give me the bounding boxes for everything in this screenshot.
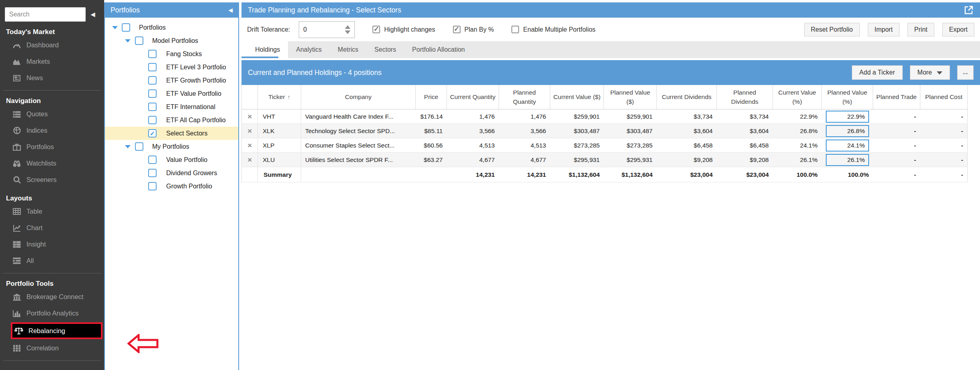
planned-quantity-cell[interactable]: 3,566 [499, 124, 550, 138]
tree-checkbox[interactable] [148, 169, 157, 177]
sidebar-item-dashboard[interactable]: Dashboard [0, 37, 104, 53]
planned-value-pct-cell[interactable]: 26.1% [822, 153, 873, 167]
planned-pct-editable[interactable]: 22.9% [826, 111, 869, 123]
tree-checkbox[interactable] [148, 50, 157, 58]
tree-item-value-portfolio[interactable]: Value Portfolio [105, 153, 238, 166]
tree-checkbox[interactable] [135, 142, 143, 151]
tab-analytics[interactable]: Analytics [288, 41, 330, 58]
delete-row-icon[interactable]: × [242, 153, 258, 167]
tree-item-etf-value[interactable]: ETF Value Portfolio [105, 87, 238, 100]
sidebar-item-all[interactable]: All [0, 253, 104, 269]
sidebar-item-portfolio-analytics[interactable]: Portfolio Analytics [0, 305, 104, 321]
sidebar-item-news[interactable]: News [0, 70, 104, 86]
col-current-value-pct[interactable]: Current Value (%) [773, 85, 822, 109]
highlight-changes-option[interactable]: Highlight changes [372, 26, 435, 33]
open-in-new-window-icon[interactable] [964, 5, 974, 15]
sidebar-item-table[interactable]: Table [0, 203, 104, 220]
tree-checkbox[interactable] [148, 63, 157, 71]
export-button[interactable]: Export [942, 23, 974, 36]
tree-checkbox[interactable] [148, 182, 157, 190]
sidebar-item-correlation[interactable]: Correlation [0, 340, 104, 356]
stepper-down-icon[interactable] [345, 30, 350, 34]
add-ticker-button[interactable]: Add a Ticker [852, 65, 903, 80]
sidebar-item-brokerage-connect[interactable]: Brokerage Connect [0, 289, 104, 305]
planned-quantity-cell[interactable]: 1,476 [499, 109, 550, 124]
tree-item-portfolios[interactable]: Portfolios [105, 21, 238, 34]
planned-quantity-cell[interactable]: 4,513 [499, 138, 550, 153]
tree-checkbox-checked[interactable]: ✓ [148, 129, 157, 137]
sidebar-item-markets[interactable]: Markets [0, 53, 104, 70]
tree-item-fang-stocks[interactable]: Fang Stocks [105, 47, 238, 61]
tree-checkbox[interactable] [148, 156, 157, 164]
delete-row-icon[interactable]: × [242, 138, 258, 153]
col-planned-trade[interactable]: Planned Trade [873, 85, 920, 109]
stepper-arrows[interactable] [345, 25, 350, 34]
tree-item-growth-portfolio[interactable]: Growth Portfolio [105, 180, 238, 193]
sidebar-item-quotes[interactable]: Quotes [0, 106, 104, 122]
planned-value-pct-cell[interactable]: 24.1% [822, 138, 873, 153]
expand-arrow-icon[interactable] [112, 26, 118, 29]
highlight-changes-checkbox[interactable] [372, 26, 380, 33]
print-button[interactable]: Print [908, 23, 934, 36]
planned-pct-editable[interactable]: 24.1% [826, 140, 869, 152]
col-planned-value-pct[interactable]: Planned Value (%) [822, 85, 873, 109]
tree-checkbox[interactable] [148, 116, 157, 124]
enable-multiple-portfolios-checkbox[interactable] [511, 26, 519, 33]
tab-sectors[interactable]: Sectors [366, 41, 404, 58]
tree-item-model-portfolios[interactable]: Model Portfolios [105, 34, 238, 47]
col-ticker[interactable]: Ticker↑ [258, 85, 301, 109]
more-button[interactable]: More [910, 65, 950, 80]
col-planned-value-dollar[interactable]: Planned Value ($) [604, 85, 657, 109]
planned-value-pct-cell[interactable]: 26.8% [822, 124, 873, 138]
planned-value-pct-cell[interactable]: 22.9% [822, 109, 873, 124]
planned-pct-editable[interactable]: 26.8% [826, 125, 869, 137]
expand-arrow-icon[interactable] [125, 145, 131, 148]
tab-holdings[interactable]: Holdings [247, 41, 288, 58]
delete-row-icon[interactable]: × [242, 109, 258, 124]
drift-tolerance-stepper[interactable] [299, 21, 355, 38]
col-planned-quantity[interactable]: Planned Quantity [499, 85, 550, 109]
tree-item-select-sectors[interactable]: ✓ Select Sectors [105, 127, 238, 140]
expand-arrow-icon[interactable] [125, 39, 131, 42]
tree-item-my-portfolios[interactable]: My Portfolios [105, 140, 238, 153]
tree-checkbox[interactable] [148, 103, 157, 111]
stepper-up-icon[interactable] [345, 25, 350, 29]
sidebar-item-insight[interactable]: Insight [0, 236, 104, 253]
plan-by-percent-checkbox[interactable] [453, 26, 461, 33]
col-current-quantity[interactable]: Current Quantity [447, 85, 499, 109]
col-planned-dividends[interactable]: Planned Dividends [717, 85, 773, 109]
import-button[interactable]: Import [868, 23, 900, 36]
sidebar-item-portfolios[interactable]: Portfolios [0, 139, 104, 155]
col-planned-cost[interactable]: Planned Cost [920, 85, 968, 109]
drift-tolerance-input[interactable] [299, 26, 342, 34]
sidebar-item-screeners[interactable]: Screeners [0, 172, 104, 188]
planned-pct-editable[interactable]: 26.1% [826, 154, 869, 166]
enable-multiple-portfolios-option[interactable]: Enable Multiple Portfolios [511, 26, 596, 33]
planned-quantity-cell[interactable]: 4,677 [499, 153, 550, 167]
tree-checkbox[interactable] [148, 76, 157, 85]
delete-row-icon[interactable]: × [242, 124, 258, 138]
col-company[interactable]: Company [301, 85, 416, 109]
tab-metrics[interactable]: Metrics [330, 41, 366, 58]
sidebar-item-chart[interactable]: Chart [0, 220, 104, 236]
col-current-dividends[interactable]: Current Dividends [657, 85, 717, 109]
sidebar-collapse-icon[interactable]: ◀ [91, 11, 95, 18]
tree-checkbox[interactable] [148, 89, 157, 98]
tree-checkbox[interactable] [135, 36, 143, 45]
tree-item-etf-international[interactable]: ETF International [105, 100, 238, 113]
tree-checkbox[interactable] [122, 23, 130, 32]
plan-by-percent-option[interactable]: Plan By % [453, 26, 494, 33]
reset-portfolio-button[interactable]: Reset Portfolio [804, 23, 860, 36]
tree-item-etf-level3[interactable]: ETF Level 3 Portfolio [105, 61, 238, 74]
col-current-value-dollar[interactable]: Current Value ($) [550, 85, 604, 109]
panel-collapse-icon[interactable]: ◀ [228, 7, 233, 13]
tab-portfolio-allocation[interactable]: Portfolio Allocation [404, 41, 473, 58]
tree-item-dividend-growers[interactable]: Dividend Growers [105, 166, 238, 180]
sidebar-item-watchlists[interactable]: Watchlists [0, 155, 104, 172]
search-input[interactable] [5, 7, 86, 22]
col-price[interactable]: Price [416, 85, 447, 109]
tree-item-etf-allcap[interactable]: ETF All Cap Portfolio [105, 113, 238, 127]
sidebar-item-rebalancing[interactable]: Rebalancing [11, 322, 103, 339]
tree-item-etf-growth[interactable]: ETF Growth Portfolio [105, 74, 238, 87]
resize-columns-button[interactable]: ↔ [957, 65, 974, 80]
